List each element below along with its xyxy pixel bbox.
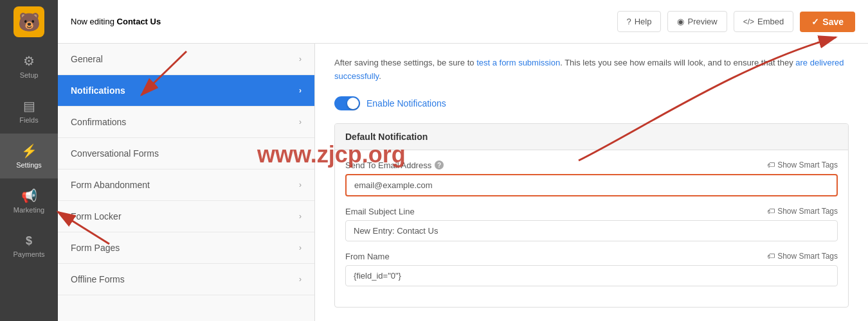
embed-button[interactable]: </> Embed — [734, 11, 794, 32]
email-subject-label: Email Subject Line — [345, 207, 415, 216]
notification-body: Send To Email Address ? 🏷 Show Smart Tag… — [335, 150, 848, 307]
top-bar: Now editing Contact Us ? Help ◉ Preview … — [58, 0, 868, 44]
send-to-email-field-row: Send To Email Address ? 🏷 Show Smart Tag… — [345, 160, 838, 196]
info-text-1: After saving these settings, be sure to — [334, 58, 476, 67]
tag-icon-from: 🏷 — [767, 252, 775, 261]
sidebar-item-payments[interactable]: $ Payments — [0, 223, 58, 268]
from-name-label-row: From Name 🏷 Show Smart Tags — [345, 252, 838, 261]
fields-icon: ▤ — [23, 98, 35, 114]
menu-item-confirmations[interactable]: Confirmations › — [58, 107, 314, 138]
enable-notifications-row: Enable Notifications — [334, 96, 849, 110]
preview-button[interactable]: ◉ Preview — [667, 11, 727, 32]
form-name: Contact Us — [117, 17, 161, 26]
toggle-label: Enable Notifications — [366, 98, 446, 108]
chevron-right-icon: › — [299, 55, 302, 64]
send-to-email-label-row: Send To Email Address ? 🏷 Show Smart Tag… — [345, 160, 838, 170]
icon-sidebar: 🐻 ⚙ Setup ▤ Fields ⚡ Settings 📢 Marketin… — [0, 0, 58, 321]
content-area: After saving these settings, be sure to … — [315, 44, 868, 321]
show-smart-tags-subject[interactable]: 🏷 Show Smart Tags — [767, 207, 838, 216]
secondary-menu: General › Notifications › Confirmations … — [58, 44, 315, 321]
menu-item-conversational-forms[interactable]: Conversational Forms › — [58, 138, 314, 169]
save-check-icon: ✓ — [811, 17, 819, 27]
info-text-3: . — [379, 71, 381, 81]
menu-item-general[interactable]: General › — [58, 44, 314, 75]
payments-label: Payments — [14, 250, 45, 258]
help-icon: ? — [627, 17, 631, 26]
info-text-2: . This lets you see how emails will look… — [560, 58, 795, 67]
preview-label: Preview — [687, 17, 717, 26]
tag-icon-subject: 🏷 — [767, 207, 775, 216]
save-button[interactable]: ✓ Save — [800, 12, 855, 32]
notification-box: Default Notification Send To Email Addre… — [334, 123, 849, 308]
chevron-right-icon-conv: › — [299, 149, 302, 158]
from-name-label: From Name — [345, 252, 390, 261]
notification-header: Default Notification — [335, 124, 848, 150]
help-icon-email: ? — [435, 160, 444, 169]
form-pages-label: Form Pages — [71, 243, 120, 253]
send-to-email-label: Send To Email Address ? — [345, 160, 444, 170]
chevron-right-icon-active: › — [299, 86, 302, 95]
save-label: Save — [822, 17, 844, 27]
email-subject-field-row: Email Subject Line 🏷 Show Smart Tags — [345, 207, 838, 241]
conversational-forms-label: Conversational Forms — [71, 148, 159, 159]
info-text: After saving these settings, be sure to … — [334, 56, 849, 83]
main-content: After saving these settings, be sure to … — [315, 44, 868, 321]
marketing-icon: 📢 — [21, 188, 37, 204]
top-bar-actions: ? Help ◉ Preview </> Embed ✓ Save — [617, 11, 856, 32]
menu-item-form-pages[interactable]: Form Pages › — [58, 232, 314, 264]
email-subject-input[interactable] — [345, 220, 838, 241]
setup-label: Setup — [20, 71, 39, 79]
sidebar-item-fields[interactable]: ▤ Fields — [0, 89, 58, 134]
menu-item-form-abandonment[interactable]: Form Abandonment › — [58, 169, 314, 201]
help-button[interactable]: ? Help — [617, 11, 662, 32]
chevron-right-icon-pages: › — [299, 243, 302, 252]
send-to-email-input[interactable] — [345, 174, 838, 196]
sidebar-item-settings[interactable]: ⚡ Settings — [0, 134, 58, 178]
setup-icon: ⚙ — [23, 53, 35, 69]
notifications-label: Notifications — [71, 85, 125, 96]
notifications-toggle[interactable] — [334, 96, 360, 110]
editing-prefix: Now editing — [71, 17, 114, 26]
menu-item-form-locker[interactable]: Form Locker › — [58, 201, 314, 232]
help-label: Help — [635, 17, 652, 26]
menu-item-offline-forms[interactable]: Offline Forms › — [58, 264, 314, 295]
chevron-right-icon-offline: › — [299, 275, 302, 284]
from-name-field-row: From Name 🏷 Show Smart Tags — [345, 252, 838, 286]
tag-icon-email: 🏷 — [767, 160, 775, 169]
show-smart-tags-email[interactable]: 🏷 Show Smart Tags — [767, 160, 838, 169]
preview-icon: ◉ — [677, 17, 684, 26]
general-label: General — [71, 54, 103, 64]
menu-item-notifications[interactable]: Notifications › — [58, 75, 314, 107]
test-submission-link[interactable]: test a form submission — [476, 58, 560, 67]
form-abandonment-label: Form Abandonment — [71, 180, 150, 190]
settings-label: Settings — [16, 161, 42, 169]
form-locker-label: Form Locker — [71, 211, 122, 221]
editing-title: Now editing Contact Us — [71, 17, 161, 26]
logo-bear: 🐻 — [14, 6, 44, 37]
confirmations-label: Confirmations — [71, 117, 126, 127]
embed-code-icon: </> — [743, 17, 754, 26]
logo-area: 🐻 — [0, 0, 58, 44]
email-subject-label-row: Email Subject Line 🏷 Show Smart Tags — [345, 207, 838, 216]
sidebar-item-marketing[interactable]: 📢 Marketing — [0, 178, 58, 223]
chevron-right-icon-locker: › — [299, 212, 302, 221]
show-smart-tags-from[interactable]: 🏷 Show Smart Tags — [767, 252, 838, 261]
from-name-input[interactable] — [345, 265, 838, 286]
chevron-right-icon-aband: › — [299, 180, 302, 189]
settings-icon: ⚡ — [21, 143, 37, 159]
embed-label: Embed — [757, 17, 784, 26]
offline-forms-label: Offline Forms — [71, 274, 125, 284]
sidebar-item-setup[interactable]: ⚙ Setup — [0, 44, 58, 89]
payments-icon: $ — [26, 234, 32, 248]
marketing-label: Marketing — [14, 206, 44, 214]
fields-label: Fields — [19, 116, 38, 124]
chevron-right-icon-conf: › — [299, 117, 302, 126]
